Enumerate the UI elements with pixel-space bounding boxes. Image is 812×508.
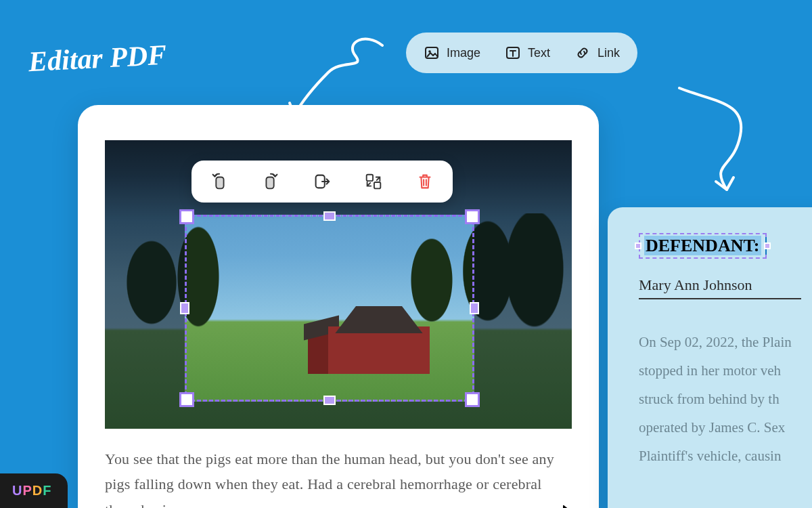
page-heading: Editar PDF: [28, 39, 167, 79]
selected-text-box[interactable]: DEFENDANT:: [639, 233, 767, 259]
replace-image-button[interactable]: [362, 170, 385, 193]
image-icon: [424, 45, 440, 61]
defendant-label: DEFENDANT:: [644, 236, 761, 255]
document-body-text[interactable]: You see that the pigs eat more than the …: [105, 446, 572, 508]
text-edit-panel: DEFENDANT: Mary Ann Johnson On Sep 02, 2…: [608, 207, 812, 508]
crop-handle-tr[interactable]: [465, 209, 480, 224]
insert-text-label: Text: [528, 46, 550, 60]
insert-image-label: Image: [447, 46, 480, 60]
text-icon: [505, 45, 521, 61]
crop-handle-b[interactable]: [323, 396, 336, 405]
insert-link-button[interactable]: Link: [574, 45, 620, 61]
crop-handle-t[interactable]: [323, 211, 336, 221]
crop-handle-bl[interactable]: [179, 392, 194, 407]
svg-rect-3: [216, 177, 223, 188]
delete-image-button[interactable]: [413, 170, 436, 193]
insert-toolbar: Image Text Link: [406, 33, 637, 73]
rotate-right-icon: [261, 171, 281, 192]
svg-rect-4: [266, 177, 273, 188]
insert-link-label: Link: [597, 46, 620, 60]
extract-icon: [312, 171, 332, 192]
text-handle-left[interactable]: [635, 242, 641, 249]
crop-handle-r[interactable]: [470, 302, 479, 314]
rotate-left-button[interactable]: [208, 170, 231, 193]
insert-image-button[interactable]: Image: [424, 45, 480, 61]
trash-icon: [415, 171, 435, 192]
defendant-name[interactable]: Mary Ann Johnson: [639, 276, 801, 299]
text-handle-right[interactable]: [764, 242, 771, 249]
insert-text-button[interactable]: Text: [505, 45, 550, 61]
crop-handle-br[interactable]: [465, 392, 480, 407]
cursor-icon: [560, 502, 588, 508]
crop-handle-l[interactable]: [180, 302, 189, 314]
edited-image[interactable]: [105, 140, 572, 429]
case-paragraph[interactable]: On Sep 02, 2022, the Plain stopped in he…: [639, 328, 812, 470]
crop-handle-tl[interactable]: [179, 209, 194, 224]
link-icon: [574, 45, 591, 61]
decorative-arrow-right: [673, 81, 794, 217]
crop-selection[interactable]: [185, 215, 474, 402]
extract-image-button[interactable]: [311, 170, 334, 193]
rotate-left-icon: [209, 171, 229, 192]
rotate-right-button[interactable]: [259, 170, 282, 193]
svg-rect-7: [374, 182, 380, 188]
svg-rect-6: [367, 175, 373, 181]
replace-icon: [363, 171, 384, 192]
editor-card: You see that the pigs eat more than the …: [78, 105, 599, 508]
image-edit-toolbar: [191, 161, 453, 203]
brand-badge: UPDF: [0, 473, 68, 508]
